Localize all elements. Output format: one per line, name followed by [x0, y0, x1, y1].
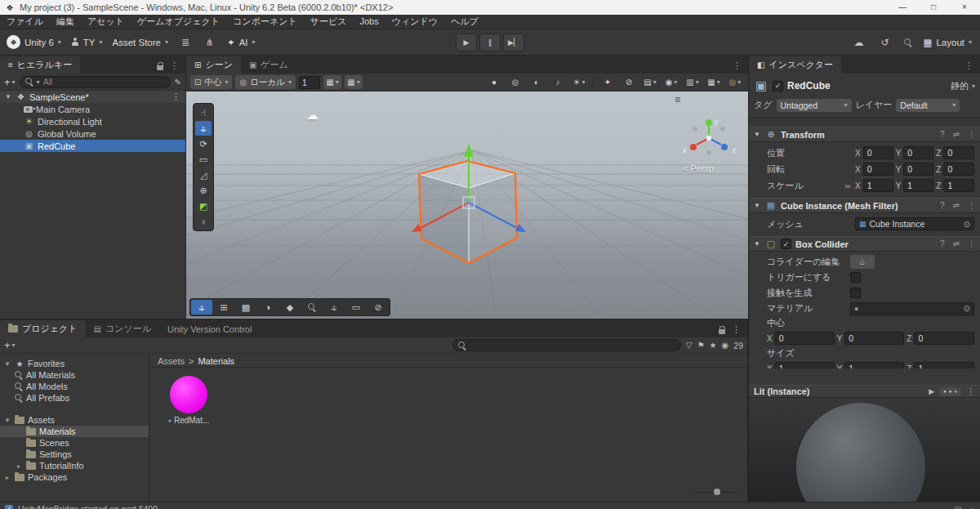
size-x-field[interactable]: 1 — [775, 362, 835, 368]
projection-label[interactable]: < Persp — [683, 163, 714, 173]
maximize-button[interactable]: □ — [918, 0, 949, 15]
effects-dropdown[interactable]: ☀ ▾ — [570, 75, 588, 89]
foldout-open-icon[interactable]: ▼ — [753, 131, 761, 138]
gameobject-name-field[interactable]: RedCube — [787, 80, 947, 92]
component-enabled-checkbox[interactable]: ✓ — [781, 239, 791, 249]
create-menu-button[interactable]: + ▾ — [4, 76, 16, 88]
preview-play-icon[interactable]: ▶ — [929, 387, 934, 395]
undo-history-button[interactable]: ↺ — [878, 37, 893, 48]
hierarchy-search-input[interactable] — [43, 77, 165, 87]
tree-item-materials[interactable]: Materials — [0, 426, 149, 437]
scale-tool-button[interactable]: ◿ — [195, 167, 212, 182]
viewport-overlay-menu-icon[interactable]: ≡ — [675, 94, 680, 105]
tree-item-assets[interactable]: ▼ Assets — [0, 414, 149, 426]
scene-options-icon[interactable]: ⋮ — [172, 92, 180, 102]
tool-handle-rotation-dropdown[interactable]: ◎ ローカル ▾ — [235, 75, 296, 89]
layer-dropdown[interactable]: Default ▾ — [896, 99, 960, 112]
scene-overlay-button[interactable]: ◑ — [257, 300, 278, 315]
asset-store-button[interactable]: Asset Store ▾ — [113, 38, 168, 47]
foldout-closed-icon[interactable]: ▸ — [15, 462, 23, 470]
layers-dropdown[interactable]: ▤ ▾ — [641, 75, 659, 89]
account-button[interactable]: TY ▾ — [71, 38, 103, 47]
project-search-input[interactable] — [470, 341, 675, 350]
tree-item-scenes[interactable]: Scenes — [0, 437, 149, 449]
activity-icon[interactable]: ◐ — [970, 505, 975, 509]
tab-inspector[interactable]: ◧ インスペクター — [749, 56, 841, 74]
layout-dropdown[interactable]: ▦ Layout ▾ — [924, 37, 972, 48]
slider-handle[interactable] — [714, 489, 720, 495]
hierarchy-item-samplescene[interactable]: ▼ ❖ SampleScene* ⋮ — [0, 91, 185, 103]
visual-effects-toggle[interactable]: ✦ — [599, 75, 617, 89]
menu-assets[interactable]: アセット — [81, 15, 131, 29]
scene-viewport[interactable]: y x z ☁ ≡ < Persp ☝ ↔↕ ⟳ ▭ ◿ ⊕ ◩ ♁ — [186, 92, 748, 319]
foldout-open-icon[interactable]: ▼ — [753, 202, 761, 209]
more-icon[interactable]: ⋮ — [968, 239, 976, 248]
scale-y-field[interactable]: 1 — [903, 179, 933, 192]
snap-settings-dropdown[interactable]: ▦ ▾ — [345, 75, 363, 89]
asset-redmat[interactable]: ● RedMat... — [162, 376, 216, 425]
rotate-tool-button[interactable]: ⟳ — [195, 136, 212, 151]
active-checkbox[interactable]: ✓ — [773, 81, 783, 92]
menu-gameobject[interactable]: ゲームオブジェクト — [131, 15, 226, 29]
more-icon[interactable]: ⋮ — [968, 130, 976, 139]
tab-scene[interactable]: ⊞ シーン — [186, 56, 241, 74]
orientation-gizmo[interactable]: y x z — [683, 118, 737, 155]
step-button[interactable]: ▶▏ — [503, 33, 524, 51]
tree-item-packages[interactable]: ▸ Packages — [0, 471, 149, 483]
scene-audio-toggle[interactable]: ♪ — [549, 75, 567, 89]
panel-menu-icon[interactable]: ⋮ — [964, 60, 973, 71]
mesh-filter-header[interactable]: ▼ ▦ Cube Instance (Mesh Filter) ? ⇌ ⋮ — [749, 198, 980, 213]
lock-icon[interactable] — [719, 329, 725, 334]
hierarchy-search[interactable]: ▾ — [20, 76, 171, 88]
draw-mode-button[interactable]: ● — [485, 75, 503, 89]
snap-increment-field[interactable] — [299, 76, 320, 89]
minimize-button[interactable]: — — [887, 0, 918, 15]
save-search-icon[interactable]: ★ — [710, 341, 717, 350]
scene-overlay-button[interactable]: ▩ — [235, 300, 256, 315]
scene-overlay-button[interactable]: ⊞ — [213, 300, 234, 315]
tab-console[interactable]: ▤ コンソール — [86, 320, 159, 337]
rotation-z-field[interactable]: 0 — [943, 163, 974, 176]
tree-item-all-materials[interactable]: All Materials — [0, 369, 149, 381]
transform-tool-button[interactable]: ⊕ — [195, 183, 212, 198]
center-z-field[interactable]: 0 — [914, 332, 974, 345]
foldout-open-icon[interactable]: ▼ — [3, 417, 11, 424]
console-toggle-icon[interactable]: ▤ — [955, 505, 962, 509]
presets-icon[interactable]: ⇌ — [953, 201, 960, 210]
search-by-label-icon[interactable]: ⚑ — [697, 341, 705, 350]
static-dropdown[interactable]: 静的 ▾ — [951, 80, 975, 92]
help-icon[interactable]: ? — [940, 201, 945, 210]
size-y-field[interactable]: 1 — [844, 362, 904, 368]
project-search[interactable] — [452, 339, 681, 351]
panel-menu-icon[interactable]: ⋮ — [732, 324, 741, 335]
size-z-field[interactable]: 1 — [914, 362, 974, 368]
link-scale-icon[interactable]: ∞ — [843, 181, 853, 190]
tree-item-favorites[interactable]: ▼ ★ Favorites — [0, 358, 149, 369]
lock-icon[interactable] — [157, 65, 163, 70]
tab-project[interactable]: プロジェクト — [0, 320, 86, 337]
tree-item-settings[interactable]: Settings — [0, 449, 149, 460]
tree-item-tutorialinfo[interactable]: ▸ TutorialInfo — [0, 460, 149, 471]
camera-view-dropdown[interactable]: ▦ ▾ — [705, 75, 723, 89]
material-preview-header[interactable]: Lit (Instance) ▶ ● ● ● ⋮ — [749, 385, 980, 398]
branch-button[interactable]: ⋔ — [203, 37, 217, 48]
custom-editor-tool-button[interactable]: ◩ — [195, 199, 212, 213]
center-y-field[interactable]: 0 — [844, 332, 904, 345]
scale-x-field[interactable]: 1 — [863, 179, 893, 192]
transform-header[interactable]: ▼ ⊕ Transform ? ⇌ ⋮ — [749, 127, 980, 142]
rotation-y-field[interactable]: 0 — [903, 163, 933, 176]
rect-tool-button[interactable]: ▭ — [195, 152, 212, 167]
scene-lighting-toggle[interactable]: ◐ — [528, 75, 546, 89]
grid-snapping-dropdown[interactable]: ▦ ▾ — [323, 75, 341, 89]
scene-2d-toggle[interactable]: ◎ — [506, 75, 524, 89]
menu-window[interactable]: ウィンドウ — [385, 15, 444, 29]
object-picker-icon[interactable]: ⊙ — [964, 220, 970, 229]
picking-toggle-icon[interactable]: ✎ — [175, 78, 181, 87]
preview-model-pill[interactable]: ● ● ● — [939, 387, 961, 396]
menu-jobs[interactable]: Jobs — [353, 15, 385, 29]
scene-overlay-button[interactable]: ▭ — [345, 300, 367, 315]
foldout-open-icon[interactable]: ▼ — [753, 240, 761, 248]
breadcrumb-assets[interactable]: Assets — [158, 356, 185, 366]
ai-button[interactable]: ✦ AI ▾ — [227, 37, 256, 48]
component-overlays-dropdown[interactable]: ▥ ▾ — [684, 75, 702, 89]
